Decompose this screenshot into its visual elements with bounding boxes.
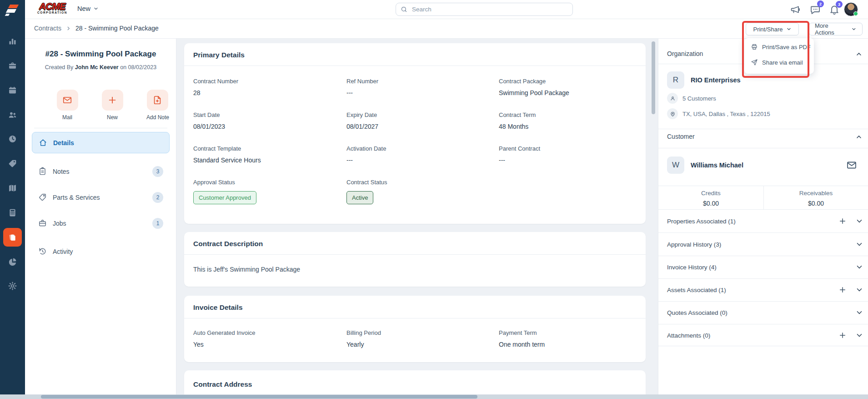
- mail-quick-action[interactable]: Mail: [56, 90, 78, 121]
- expand-invoice-history-button[interactable]: [855, 263, 863, 271]
- new-menu-label: New: [77, 5, 90, 12]
- contract-description-title: Contract Description: [184, 232, 646, 255]
- zuper-logo-icon[interactable]: [5, 4, 20, 16]
- invoice-calculator-icon[interactable]: [8, 208, 17, 217]
- field-activation-date: Activation Date---: [346, 145, 499, 164]
- breadcrumb-contracts-link[interactable]: Contracts: [34, 25, 61, 32]
- credits-label: Credits: [658, 190, 763, 197]
- notifications-bell-icon[interactable]: 3: [829, 4, 840, 15]
- email-customer-button[interactable]: [846, 160, 857, 171]
- more-actions-label: More Actions: [815, 22, 848, 36]
- messages-chat-icon[interactable]: 2: [810, 4, 821, 15]
- notification-count-badge: 3: [836, 1, 843, 8]
- nav-label: Notes: [53, 168, 146, 175]
- briefcase-icon: [38, 219, 47, 227]
- section-quotes-associated[interactable]: Quotes Associated (0): [667, 309, 728, 316]
- print-share-dropdown-menu: Print/Save as PDF Share via email: [744, 38, 814, 74]
- search-input[interactable]: [411, 5, 568, 13]
- jobs-count-badge: 1: [152, 218, 163, 229]
- add-property-button[interactable]: [838, 217, 847, 225]
- acme-corporation-logo[interactable]: ACME CORPORATION: [34, 2, 70, 15]
- map-icon[interactable]: [8, 183, 17, 193]
- sidebar-item-details[interactable]: Details: [32, 132, 170, 153]
- divider: [658, 346, 868, 346]
- new-label: New: [101, 114, 123, 121]
- organization-collapse-button[interactable]: [855, 51, 863, 58]
- contract-address-title: Contract Address: [184, 370, 646, 394]
- calendar-icon[interactable]: [8, 86, 17, 95]
- field-billing-period: Billing PeriodYearly: [346, 329, 499, 348]
- expand-attachments-button[interactable]: [855, 331, 863, 339]
- share-via-email-menu-item[interactable]: Share via email: [751, 59, 803, 66]
- divider: [34, 128, 167, 128]
- horizontal-scrollbar-thumb[interactable]: [41, 395, 477, 399]
- breadcrumb-current: 28 - Swimming Pool Package: [75, 25, 159, 32]
- invoice-details-title: Invoice Details: [184, 296, 646, 318]
- print-save-pdf-label: Print/Save as PDF: [762, 44, 811, 51]
- settings-gear-icon[interactable]: [8, 281, 17, 291]
- add-asset-button[interactable]: [838, 286, 847, 294]
- new-menu-button[interactable]: New: [77, 5, 99, 12]
- field-parent-contract: Parent Contract---: [499, 145, 637, 164]
- share-via-email-label: Share via email: [762, 59, 803, 66]
- dashboard-chart-icon[interactable]: [8, 36, 17, 46]
- sidebar-item-parts-services[interactable]: Parts & Services 2: [32, 187, 170, 208]
- customer-section-title: Customer: [667, 133, 695, 140]
- invoice-details-card: Invoice Details Auto Generated InvoiceYe…: [184, 296, 646, 362]
- created-date: 08/02/2023: [128, 64, 157, 71]
- search-icon: [401, 6, 407, 13]
- parts-tag-icon[interactable]: [8, 159, 17, 168]
- add-note-quick-action[interactable]: Add Note: [146, 90, 168, 121]
- contracts-pages-icon[interactable]: [8, 232, 17, 242]
- announcements-megaphone-icon[interactable]: [790, 4, 801, 15]
- timesheet-clock-icon[interactable]: [8, 134, 17, 144]
- customer-avatar: W: [667, 157, 684, 174]
- expand-properties-button[interactable]: [855, 217, 863, 225]
- vertical-scrollbar-thumb[interactable]: [652, 41, 655, 114]
- expand-assets-button[interactable]: [855, 286, 863, 294]
- sidebar-item-notes[interactable]: Notes 3: [32, 161, 170, 182]
- chat-count-badge: 2: [817, 0, 824, 7]
- customers-users-icon[interactable]: [8, 110, 17, 120]
- chevron-down-icon: [786, 26, 792, 32]
- add-attachment-button[interactable]: [838, 331, 847, 339]
- expand-quotes-button[interactable]: [855, 308, 863, 317]
- location-pin-icon: [667, 108, 678, 119]
- contract-title: #28 - Swimming Pool Package: [25, 50, 176, 59]
- organization-name[interactable]: RIO Enterprises: [691, 76, 741, 84]
- jobs-briefcase-icon[interactable]: [8, 61, 17, 71]
- horizontal-scrollbar[interactable]: [0, 394, 868, 399]
- expand-approval-history-button[interactable]: [855, 240, 863, 248]
- field-ref-number: Ref Number---: [346, 78, 499, 96]
- chevron-down-icon: [93, 6, 99, 11]
- reports-pie-icon[interactable]: [8, 257, 17, 267]
- user-avatar[interactable]: [844, 2, 858, 16]
- contract-description-card: Contract Description This is Jeff's Swim…: [184, 232, 646, 287]
- credits-cell: Credits $0.00: [658, 190, 763, 207]
- section-approval-history[interactable]: Approval History (3): [667, 241, 721, 248]
- created-by-name: John Mc Keever: [75, 64, 119, 71]
- more-actions-button[interactable]: More Actions: [809, 23, 863, 35]
- section-invoice-history[interactable]: Invoice History (4): [667, 264, 717, 271]
- section-assets-associated[interactable]: Assets Associated (1): [667, 287, 726, 293]
- new-quick-action[interactable]: New: [101, 90, 123, 121]
- print-share-button[interactable]: Print/Share: [746, 23, 799, 35]
- divider: [658, 278, 868, 279]
- created-prefix: Created By: [45, 64, 74, 71]
- print-save-pdf-menu-item[interactable]: Print/Save as PDF: [751, 43, 811, 51]
- approval-status-badge: Customer Approved: [193, 191, 256, 204]
- mail-label: Mail: [56, 114, 78, 121]
- brand-name: ACME: [34, 2, 70, 11]
- app-sidebar: [0, 0, 25, 399]
- notes-count-badge: 3: [152, 166, 163, 177]
- section-attachments[interactable]: Attachments (0): [667, 332, 710, 339]
- sidebar-item-jobs[interactable]: Jobs 1: [32, 212, 170, 234]
- field-approval-status: Approval StatusCustomer Approved: [193, 179, 346, 204]
- section-properties-associated[interactable]: Properties Associated (1): [667, 218, 736, 225]
- customer-name[interactable]: Williams Michael: [691, 162, 743, 169]
- customer-collapse-button[interactable]: [855, 133, 863, 141]
- print-share-label: Print/Share: [753, 26, 783, 33]
- receivables-label: Receivables: [763, 190, 868, 197]
- sidebar-item-activity[interactable]: Activity: [32, 241, 170, 262]
- global-search[interactable]: [396, 3, 573, 16]
